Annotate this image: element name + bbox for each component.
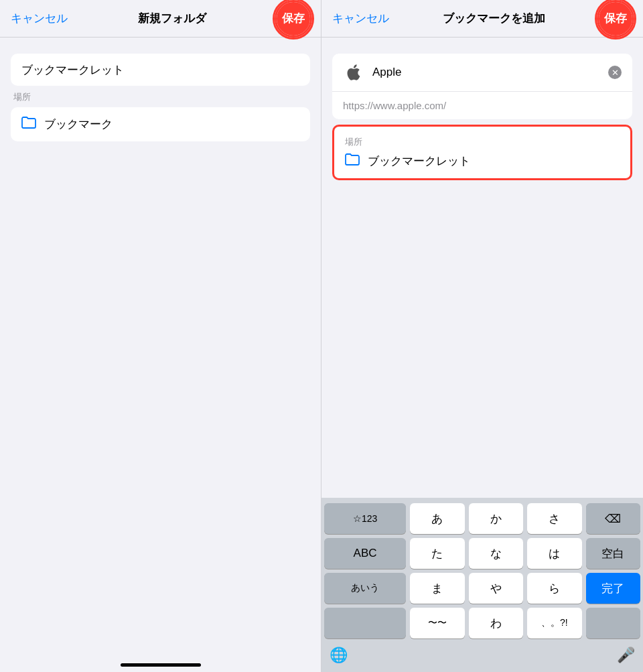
key-wa[interactable]: わ xyxy=(469,608,523,639)
keyboard-row-4: 〜〜 わ 、。?! xyxy=(324,608,640,639)
bookmark-title-input[interactable] xyxy=(372,66,600,79)
keyboard-bottom-row: 🌐 🎤 xyxy=(324,643,640,664)
key-aiueo[interactable]: あいう xyxy=(324,573,406,604)
key-done[interactable]: 完了 xyxy=(586,573,640,604)
bookmark-title-row: ✕ xyxy=(332,54,632,92)
key-ka[interactable]: か xyxy=(469,503,523,534)
apple-logo-icon xyxy=(343,62,364,83)
key-abc[interactable]: ABC xyxy=(324,538,406,569)
clear-title-button[interactable]: ✕ xyxy=(608,66,622,79)
title-input-wrap xyxy=(372,66,600,79)
key-ra[interactable]: ら xyxy=(527,573,581,604)
mic-icon[interactable]: 🎤 xyxy=(617,647,635,664)
left-nav-bar: キャンセル 新規フォルダ 保存 xyxy=(0,0,321,38)
key-123[interactable]: ☆123 xyxy=(324,503,406,534)
right-location-box[interactable]: 場所 ブックマークレット xyxy=(332,125,632,180)
key-ta[interactable]: た xyxy=(410,538,464,569)
right-nav-bar: キャンセル ブックマークを追加 保存 xyxy=(322,0,643,38)
key-ma[interactable]: ま xyxy=(410,573,464,604)
key-a[interactable]: あ xyxy=(410,503,464,534)
keyboard-row-3: あいう ま や ら 完了 xyxy=(324,573,640,604)
keyboard-row-1: ☆123 あ か さ ⌫ xyxy=(324,503,640,534)
key-sa[interactable]: さ xyxy=(527,503,581,534)
key-empty-left xyxy=(324,608,406,639)
left-panel: キャンセル 新規フォルダ 保存 場所 ブックマーク xyxy=(0,0,322,672)
right-nav-title: ブックマークを追加 xyxy=(443,11,545,26)
folder-icon xyxy=(21,117,36,132)
key-backspace[interactable]: ⌫ xyxy=(586,503,640,534)
left-nav-title: 新規フォルダ xyxy=(138,11,206,26)
globe-icon[interactable]: 🌐 xyxy=(330,647,348,664)
right-content: ✕ https://www.apple.com/ 場所 ブックマークレット xyxy=(322,38,643,498)
key-punct[interactable]: 、。?! xyxy=(527,608,581,639)
right-panel: キャンセル ブックマークを追加 保存 ✕ https://www.apple.c… xyxy=(322,0,643,672)
right-location-label: 場所 xyxy=(345,136,620,148)
right-location-row: ブックマークレット xyxy=(345,153,620,169)
left-save-button[interactable]: 保存 xyxy=(277,2,310,36)
left-location-row[interactable]: ブックマーク xyxy=(11,107,310,141)
right-cancel-button[interactable]: キャンセル xyxy=(332,11,389,26)
left-home-indicator xyxy=(121,663,201,667)
left-content: 場所 ブックマーク xyxy=(0,38,321,356)
folder-name-input[interactable] xyxy=(11,54,310,86)
key-space[interactable]: 空白 xyxy=(586,538,640,569)
left-location-label: 場所 xyxy=(13,91,310,103)
key-ya[interactable]: や xyxy=(469,573,523,604)
keyboard-row-2: ABC た な は 空白 xyxy=(324,538,640,569)
left-location-value: ブックマーク xyxy=(44,117,113,132)
left-cancel-button[interactable]: キャンセル xyxy=(11,11,68,26)
keyboard: ☆123 あ か さ ⌫ ABC た な は 空白 あいう ま や ら 完了 〜… xyxy=(322,498,643,672)
right-folder-icon xyxy=(345,153,360,169)
key-ha[interactable]: は xyxy=(527,538,581,569)
bookmark-url: https://www.apple.com/ xyxy=(332,92,632,119)
right-save-button[interactable]: 保存 xyxy=(599,2,632,36)
right-location-value: ブックマークレット xyxy=(368,153,470,169)
bookmark-info-card: ✕ https://www.apple.com/ xyxy=(332,54,632,119)
key-tilde[interactable]: 〜〜 xyxy=(410,608,464,639)
key-na[interactable]: な xyxy=(469,538,523,569)
key-empty-right xyxy=(586,608,640,639)
